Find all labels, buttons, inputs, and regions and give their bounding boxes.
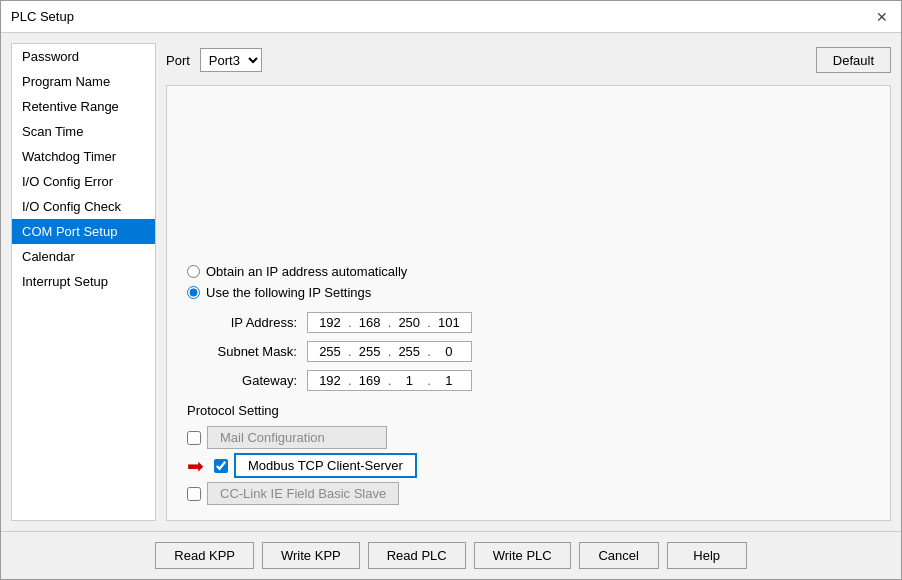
gateway-part-1[interactable]	[314, 373, 346, 388]
write-kpp-button[interactable]: Write KPP	[262, 542, 360, 569]
write-plc-button[interactable]: Write PLC	[474, 542, 571, 569]
protocol-checkbox-mail[interactable]	[187, 431, 201, 445]
window-title: PLC Setup	[11, 9, 74, 24]
radio-auto-row: Obtain an IP address automatically	[187, 264, 870, 279]
gateway-label: Gateway:	[207, 373, 297, 388]
subnet-part-1[interactable]	[314, 344, 346, 359]
gateway-row: Gateway: . . .	[207, 370, 870, 391]
protocol-btn-cclink: CC-Link IE Field Basic Slave	[207, 482, 399, 505]
sidebar-item-program-name[interactable]: Program Name	[12, 69, 155, 94]
radio-manual[interactable]	[187, 286, 200, 299]
ip-part-4[interactable]	[433, 315, 465, 330]
ip-address-input: . . .	[307, 312, 472, 333]
subnet-mask-row: Subnet Mask: . . .	[207, 341, 870, 362]
sidebar-item-watchdog-timer[interactable]: Watchdog Timer	[12, 144, 155, 169]
ip-dot-3: .	[427, 315, 431, 330]
subnet-part-4[interactable]	[433, 344, 465, 359]
gateway-part-2[interactable]	[354, 373, 386, 388]
read-plc-button[interactable]: Read PLC	[368, 542, 466, 569]
sidebar-item-io-config-check[interactable]: I/O Config Check	[12, 194, 155, 219]
gateway-dot-3: .	[427, 373, 431, 388]
protocol-checkbox-cclink[interactable]	[187, 487, 201, 501]
help-button[interactable]: Help	[667, 542, 747, 569]
subnet-part-3[interactable]	[393, 344, 425, 359]
protocol-section: Protocol Setting Mail Configuration ➡ Mo…	[187, 403, 870, 505]
title-bar: PLC Setup ✕	[1, 1, 901, 33]
sidebar: Password Program Name Retentive Range Sc…	[11, 43, 156, 521]
protocol-btn-mail: Mail Configuration	[207, 426, 387, 449]
gateway-part-4[interactable]	[433, 373, 465, 388]
plc-setup-window: PLC Setup ✕ Password Program Name Retent…	[0, 0, 902, 580]
sidebar-item-retentive-range[interactable]: Retentive Range	[12, 94, 155, 119]
config-box: Obtain an IP address automatically Use t…	[166, 85, 891, 521]
port-label: Port	[166, 53, 190, 68]
port-select[interactable]: Port3 Port1 Port2 Port4	[200, 48, 262, 72]
protocol-row-cclink: CC-Link IE Field Basic Slave	[187, 482, 870, 505]
ip-address-row: IP Address: . . .	[207, 312, 870, 333]
gateway-part-3[interactable]	[393, 373, 425, 388]
radio-auto-label[interactable]: Obtain an IP address automatically	[206, 264, 407, 279]
content-area: Password Program Name Retentive Range Sc…	[1, 33, 901, 531]
main-panel: Port Port3 Port1 Port2 Port4 Default Obt…	[166, 43, 891, 521]
radio-manual-label[interactable]: Use the following IP Settings	[206, 285, 371, 300]
radio-auto[interactable]	[187, 265, 200, 278]
radio-group: Obtain an IP address automatically Use t…	[187, 264, 870, 300]
sidebar-item-com-port-setup[interactable]: COM Port Setup	[12, 219, 155, 244]
port-row: Port Port3 Port1 Port2 Port4 Default	[166, 43, 891, 77]
gateway-input: . . .	[307, 370, 472, 391]
protocol-row-mail: Mail Configuration	[187, 426, 870, 449]
arrow-icon: ➡	[187, 454, 204, 478]
ip-fields: IP Address: . . . Subnet Ma	[207, 312, 870, 391]
subnet-mask-input: . . .	[307, 341, 472, 362]
bottom-bar: Read KPP Write KPP Read PLC Write PLC Ca…	[1, 531, 901, 579]
gateway-dot-1: .	[348, 373, 352, 388]
protocol-btn-modbus[interactable]: Modbus TCP Client-Server	[234, 453, 417, 478]
cancel-button[interactable]: Cancel	[579, 542, 659, 569]
sidebar-item-io-config-error[interactable]: I/O Config Error	[12, 169, 155, 194]
protocol-title: Protocol Setting	[187, 403, 870, 418]
ip-dot-2: .	[388, 315, 392, 330]
sidebar-item-calendar[interactable]: Calendar	[12, 244, 155, 269]
ip-part-1[interactable]	[314, 315, 346, 330]
protocol-row-modbus: ➡ Modbus TCP Client-Server	[187, 453, 870, 478]
sidebar-item-interrupt-setup[interactable]: Interrupt Setup	[12, 269, 155, 294]
subnet-mask-label: Subnet Mask:	[207, 344, 297, 359]
close-button[interactable]: ✕	[873, 8, 891, 26]
ip-address-label: IP Address:	[207, 315, 297, 330]
subnet-part-2[interactable]	[354, 344, 386, 359]
protocol-checkbox-modbus[interactable]	[214, 459, 228, 473]
read-kpp-button[interactable]: Read KPP	[155, 542, 254, 569]
radio-manual-row: Use the following IP Settings	[187, 285, 870, 300]
ip-part-3[interactable]	[393, 315, 425, 330]
sidebar-item-password[interactable]: Password	[12, 44, 155, 69]
subnet-dot-2: .	[388, 344, 392, 359]
default-button[interactable]: Default	[816, 47, 891, 73]
ip-dot-1: .	[348, 315, 352, 330]
sidebar-item-scan-time[interactable]: Scan Time	[12, 119, 155, 144]
subnet-dot-3: .	[427, 344, 431, 359]
subnet-dot-1: .	[348, 344, 352, 359]
ip-part-2[interactable]	[354, 315, 386, 330]
gateway-dot-2: .	[388, 373, 392, 388]
